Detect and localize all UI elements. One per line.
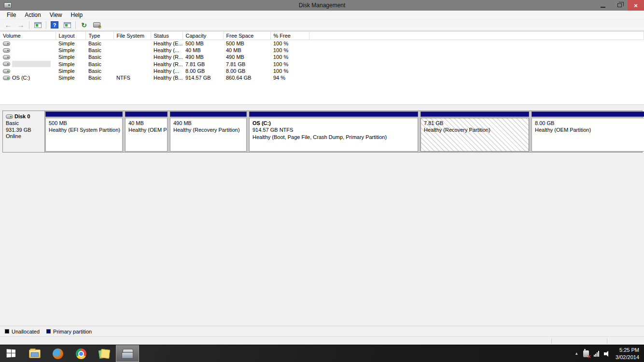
windows-logo-icon bbox=[7, 349, 16, 358]
column-header-empty bbox=[309, 32, 644, 40]
volume-row[interactable]: Simple Basic Healthy (... 40 MB 40 MB 10… bbox=[0, 47, 644, 54]
back-button[interactable]: ← bbox=[3, 20, 14, 30]
toolbar-separator bbox=[29, 21, 29, 29]
disk-0-info-panel[interactable]: Disk 0 Basic 931.39 GB Online bbox=[3, 111, 45, 152]
cell-capacity: 40 MB bbox=[182, 47, 223, 54]
cell-free-space: 500 MB bbox=[223, 40, 270, 47]
menu-file[interactable]: File bbox=[3, 11, 20, 19]
partition-recovery-781gb-selected[interactable]: 7.81 GB Healthy (Recovery Partition) bbox=[420, 111, 530, 152]
show-console-tree-button[interactable] bbox=[62, 20, 72, 30]
safely-remove-hardware-icon[interactable] bbox=[583, 350, 589, 357]
window-title: Disk Management bbox=[0, 2, 644, 9]
forward-button[interactable]: → bbox=[15, 20, 26, 30]
primary-partition-swatch-icon bbox=[46, 329, 51, 334]
selected-volume-highlight bbox=[12, 61, 51, 67]
unallocated-swatch-icon bbox=[5, 329, 9, 334]
cell-type: Basic bbox=[85, 54, 113, 60]
taskbar-chrome[interactable] bbox=[70, 345, 93, 362]
partition-efi-system[interactable]: 500 MB Healthy (EFI System Partition) bbox=[45, 111, 123, 152]
volume-icon bbox=[3, 42, 10, 46]
taskbar-file-explorer[interactable] bbox=[23, 345, 46, 362]
cell-file-system bbox=[113, 60, 151, 68]
cell-file-system bbox=[113, 68, 151, 74]
console-window-button[interactable] bbox=[32, 20, 43, 30]
cell-pct-free: 100 % bbox=[270, 60, 309, 68]
column-header-file-system[interactable]: File System bbox=[113, 32, 151, 40]
cell-capacity: 490 MB bbox=[182, 54, 223, 60]
volume-row[interactable]: Simple Basic Healthy (E... 500 MB 500 MB… bbox=[0, 40, 644, 47]
partition-oem-8gb[interactable]: 8.00 GB Healthy (OEM Partition) bbox=[531, 111, 644, 152]
firefox-icon bbox=[53, 348, 63, 359]
column-header-type[interactable]: Type bbox=[85, 32, 113, 40]
toolbar-separator bbox=[46, 21, 46, 29]
help-button[interactable]: ? bbox=[49, 20, 60, 30]
status-bar bbox=[0, 336, 644, 345]
volume-icon[interactable] bbox=[604, 350, 611, 357]
cell-pct-free: 100 % bbox=[270, 54, 309, 60]
menu-action[interactable]: Action bbox=[21, 11, 44, 19]
volume-icon bbox=[3, 62, 10, 66]
cell-pct-free: 100 % bbox=[270, 68, 309, 74]
column-header-status[interactable]: Status bbox=[151, 32, 182, 40]
cell-capacity: 500 MB bbox=[182, 40, 223, 47]
menu-help[interactable]: Help bbox=[67, 11, 87, 19]
back-arrow-icon: ← bbox=[5, 21, 12, 28]
legend-unallocated: Unallocated bbox=[5, 329, 40, 334]
partition-recovery-490mb[interactable]: 490 MB Healthy (Recovery Partition) bbox=[169, 111, 247, 152]
cell-free-space: 40 MB bbox=[223, 47, 270, 54]
taskbar-sticky-notes[interactable] bbox=[93, 345, 116, 362]
restore-button[interactable] bbox=[611, 0, 628, 11]
refresh-button[interactable]: ↻ bbox=[79, 20, 89, 30]
console-window-icon bbox=[34, 22, 42, 28]
cell-layout: Simple bbox=[56, 47, 85, 54]
column-header-pct-free[interactable]: % Free bbox=[270, 32, 309, 40]
partition-size: 8.00 GB bbox=[535, 120, 641, 126]
show-hidden-icons-button[interactable]: ▲ bbox=[574, 351, 578, 356]
partition-os-c[interactable]: OS (C:) 914.57 GB NTFS Healthy (Boot, Pa… bbox=[249, 111, 419, 152]
column-header-free-space[interactable]: Free Space bbox=[223, 32, 270, 40]
taskbar-clock[interactable]: 5:25 PM 3/02/2014 bbox=[616, 347, 639, 361]
statusbar-separator bbox=[607, 338, 607, 344]
partition-status: Healthy (EFI System Partition) bbox=[49, 126, 119, 133]
start-button[interactable] bbox=[0, 345, 23, 362]
menu-view[interactable]: View bbox=[46, 11, 66, 19]
toolbar-separator bbox=[75, 21, 76, 29]
primary-partition-color-bar bbox=[532, 111, 644, 117]
cell-capacity: 7.81 GB bbox=[182, 60, 223, 68]
cell-file-system bbox=[113, 40, 151, 47]
minimize-button[interactable] bbox=[595, 0, 611, 11]
cell-type: Basic bbox=[85, 74, 113, 81]
column-header-volume[interactable]: Volume bbox=[0, 32, 56, 40]
close-button[interactable]: × bbox=[628, 0, 644, 11]
disk-settings-button[interactable] bbox=[91, 20, 102, 30]
cell-pct-free: 100 % bbox=[270, 40, 309, 47]
volume-row-os-c[interactable]: OS (C:) Simple Basic NTFS Healthy (B... … bbox=[0, 74, 644, 81]
cell-status: Healthy (... bbox=[151, 68, 182, 74]
taskbar-firefox[interactable] bbox=[46, 345, 70, 362]
network-signal-icon[interactable] bbox=[594, 351, 599, 357]
menubar: File Action View Help bbox=[0, 11, 644, 19]
partition-size: 914.57 GB NTFS bbox=[252, 126, 415, 133]
volume-row[interactable]: Simple Basic Healthy (... 8.00 GB 8.00 G… bbox=[0, 68, 644, 74]
taskbar-disk-management-active[interactable] bbox=[116, 345, 139, 362]
disk-size: 931.39 GB bbox=[6, 127, 42, 134]
volume-row-selected[interactable]: Simple Basic Healthy (R... 7.81 GB 7.81 … bbox=[0, 60, 644, 68]
console-tree-icon bbox=[64, 22, 71, 28]
system-tray: ▲ 5:25 PM 3/02/2014 bbox=[574, 345, 644, 362]
cell-status: Healthy (... bbox=[151, 47, 182, 54]
column-header-layout[interactable]: Layout bbox=[56, 32, 85, 40]
disk-settings-icon bbox=[93, 22, 100, 28]
disk-0-row: Disk 0 Basic 931.39 GB Online 500 MB Hea… bbox=[2, 111, 643, 153]
cell-capacity: 8.00 GB bbox=[182, 68, 223, 74]
partition-oem-40mb[interactable]: 40 MB Healthy (OEM Par bbox=[125, 111, 168, 152]
disk-icon bbox=[6, 114, 13, 119]
volume-name: OS (C:) bbox=[12, 75, 30, 81]
restore-icon bbox=[617, 3, 622, 7]
volume-row[interactable]: Simple Basic Healthy (R... 490 MB 490 MB… bbox=[0, 54, 644, 60]
cell-pct-free: 100 % bbox=[270, 47, 309, 54]
cell-free-space: 8.00 GB bbox=[223, 68, 270, 74]
column-header-capacity[interactable]: Capacity bbox=[182, 32, 223, 40]
cell-status: Healthy (E... bbox=[151, 40, 182, 47]
volume-icon bbox=[3, 69, 10, 73]
disk-management-icon bbox=[122, 349, 133, 359]
